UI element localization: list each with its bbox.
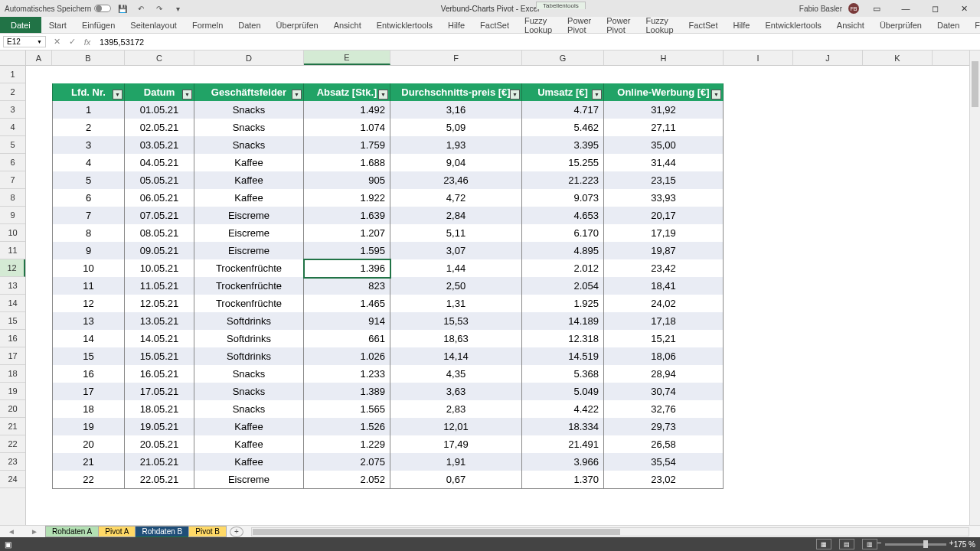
cell[interactable]: Kaffee [194, 154, 304, 172]
cell[interactable]: 3,07 [390, 242, 522, 260]
sheet-nav[interactable]: ◄► [0, 527, 46, 536]
col-header-B[interactable]: B [52, 51, 125, 65]
row-header-16[interactable]: 16 [0, 330, 25, 347]
cell[interactable]: 19.05.21 [125, 418, 194, 436]
cell[interactable]: 9,04 [390, 154, 522, 172]
cell[interactable]: 03.05.21 [125, 136, 194, 155]
tab-factset[interactable]: FactSet [681, 17, 726, 33]
tab-daten[interactable]: Daten [230, 17, 268, 33]
cell[interactable]: Snacks [194, 383, 304, 401]
cell[interactable]: 12.318 [522, 330, 604, 348]
cell[interactable]: 26,58 [604, 435, 724, 454]
cell[interactable]: 1.396 [304, 259, 390, 278]
cell[interactable]: Trockenfrüchte [194, 277, 304, 295]
cell[interactable]: 06.05.21 [125, 189, 194, 207]
cell[interactable]: 18.334 [522, 418, 604, 436]
cell[interactable]: 5 [52, 171, 125, 190]
add-sheet-button[interactable]: + [230, 527, 243, 537]
row-header-8[interactable]: 8 [0, 189, 25, 207]
cell[interactable]: 5.462 [522, 119, 604, 137]
cell[interactable]: 1.639 [304, 207, 390, 225]
scroll-thumb[interactable] [972, 61, 978, 107]
cell[interactable]: Eiscreme [194, 471, 304, 489]
cell[interactable]: 17,19 [604, 224, 724, 243]
row-header-3[interactable]: 3 [0, 101, 25, 119]
cell[interactable]: 13.05.21 [125, 312, 194, 331]
cell[interactable]: 21.491 [522, 435, 604, 454]
tab-formeln[interactable]: Formeln [967, 17, 980, 33]
cell[interactable]: 1.370 [522, 471, 604, 489]
row-header-18[interactable]: 18 [0, 365, 25, 383]
cell[interactable]: 29,73 [604, 418, 724, 436]
tab-start[interactable]: Start [41, 17, 74, 33]
cell[interactable]: 1.688 [304, 154, 390, 172]
cell[interactable]: 22.05.21 [125, 471, 194, 489]
row-header-2[interactable]: 2 [0, 83, 25, 101]
col-header-I[interactable]: I [724, 51, 793, 65]
cell[interactable]: 12.05.21 [125, 295, 194, 313]
file-tab[interactable]: Datei [0, 17, 41, 33]
cell[interactable]: 15 [52, 347, 125, 366]
cell[interactable]: 17,18 [604, 312, 724, 331]
cell[interactable]: 19,87 [604, 242, 724, 260]
cell[interactable]: 4.895 [522, 242, 604, 260]
table-header[interactable]: Datum▼ [125, 83, 194, 102]
cell[interactable]: Kaffee [194, 171, 304, 190]
tab-überprüfen[interactable]: Überprüfen [269, 17, 326, 33]
cell[interactable]: 1,93 [390, 136, 522, 155]
cell[interactable]: 1.389 [304, 383, 390, 401]
col-header-K[interactable]: K [863, 51, 933, 65]
cell[interactable]: 4 [52, 154, 125, 172]
undo-icon[interactable]: ↶ [134, 2, 148, 15]
cell[interactable]: 14.519 [522, 347, 604, 366]
table-header[interactable]: Lfd. Nr.▼ [52, 83, 125, 102]
qat-customize-icon[interactable]: ▾ [171, 2, 185, 15]
cell[interactable]: 04.05.21 [125, 154, 194, 172]
cell[interactable]: Snacks [194, 136, 304, 155]
cell[interactable]: 11.05.21 [125, 277, 194, 295]
filter-icon[interactable]: ▼ [711, 90, 721, 99]
cell[interactable]: 1.925 [522, 295, 604, 313]
col-header-C[interactable]: C [125, 51, 194, 65]
tab-ansicht[interactable]: Ansicht [829, 17, 872, 33]
cell[interactable]: 1,91 [390, 453, 522, 471]
col-header-D[interactable]: D [194, 51, 304, 65]
cell[interactable]: 16 [52, 365, 125, 383]
cell[interactable]: 18.05.21 [125, 400, 194, 419]
cell[interactable]: Eiscreme [194, 242, 304, 260]
cell[interactable]: 3.395 [522, 136, 604, 155]
cell[interactable]: 18,63 [390, 330, 522, 348]
cell[interactable]: 17 [52, 383, 125, 401]
zoom-slider[interactable] [885, 543, 946, 546]
row-header-22[interactable]: 22 [0, 435, 25, 453]
cell[interactable]: 07.05.21 [125, 207, 194, 225]
cell[interactable]: 1.595 [304, 242, 390, 260]
zoom-level[interactable]: 175 % [954, 540, 975, 549]
cell[interactable]: 5.368 [522, 365, 604, 383]
cell[interactable]: 1 [52, 101, 125, 119]
tab-fuzzy lookup[interactable]: Fuzzy Lookup [638, 17, 681, 33]
confirm-formula-icon[interactable]: ✓ [64, 37, 80, 47]
cell[interactable]: 08.05.21 [125, 224, 194, 243]
cell[interactable]: 6 [52, 189, 125, 207]
tab-factset[interactable]: FactSet [472, 17, 517, 33]
record-macro-icon[interactable]: ▣ [5, 540, 11, 549]
tab-power pivot[interactable]: Power Pivot [560, 17, 599, 33]
ribbon-display-options-icon[interactable]: ▭ [865, 1, 888, 16]
formula-input[interactable]: 1395,53172 [95, 37, 980, 47]
row-header-21[interactable]: 21 [0, 418, 25, 435]
cell[interactable]: 1.492 [304, 101, 390, 119]
save-icon[interactable]: 💾 [116, 2, 129, 15]
cell[interactable]: 4.653 [522, 207, 604, 225]
tab-formeln[interactable]: Formeln [185, 17, 230, 33]
row-header-13[interactable]: 13 [0, 277, 25, 295]
row-header-5[interactable]: 5 [0, 136, 25, 154]
cell[interactable]: 22 [52, 471, 125, 489]
row-header-23[interactable]: 23 [0, 453, 25, 471]
row-header-17[interactable]: 17 [0, 347, 25, 365]
tab-power pivot[interactable]: Power Pivot [599, 17, 638, 33]
close-icon[interactable]: ✕ [952, 1, 975, 16]
cell[interactable]: 12 [52, 295, 125, 313]
cell[interactable]: Eiscreme [194, 207, 304, 225]
cell[interactable]: 823 [304, 277, 390, 295]
